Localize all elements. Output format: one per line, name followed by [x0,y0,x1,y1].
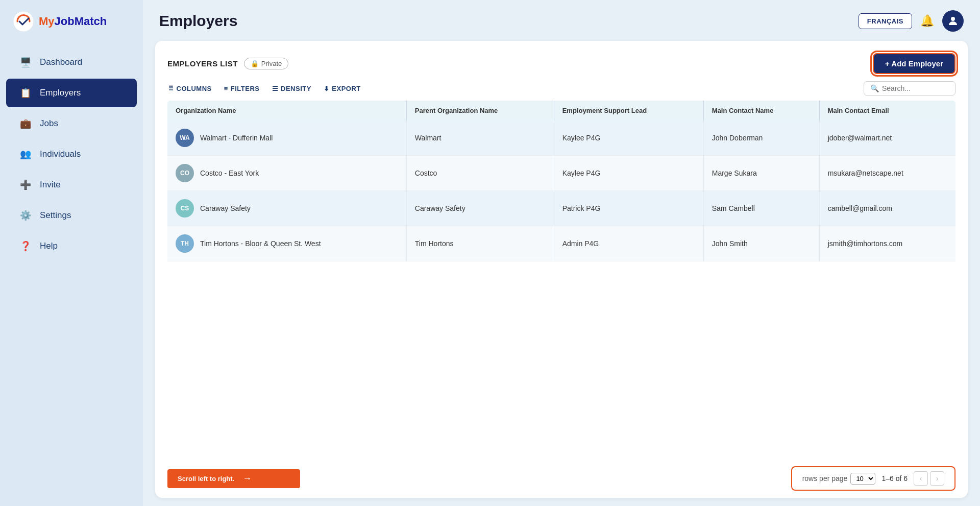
cell-support-lead: Admin P4G [554,226,703,261]
toolbar-left: ⠿ COLUMNS ≡ FILTERS ☰ DENSITY ⬇ EXPORT [167,83,362,94]
sidebar-item-label: Jobs [40,118,58,129]
sidebar-item-individuals[interactable]: 👥 Individuals [6,140,137,168]
page-title: Employers [159,12,237,30]
density-button[interactable]: ☰ DENSITY [271,83,312,94]
cell-contact-email: jdober@walmart.net [819,121,955,156]
col-contact-email: Main Contact Email [819,101,955,121]
cell-parent-org: Tim Hortons [406,226,554,261]
notifications-icon[interactable]: 🔔 [920,14,934,28]
rows-per-page: rows per page 10 25 50 [802,473,876,485]
scroll-hint-text: Scroll left to right. [178,475,234,483]
logo-my: My [39,15,55,28]
sidebar-item-dashboard[interactable]: 🖥️ Dashboard [6,48,137,77]
cell-org-name: TH Tim Hortons - Bloor & Queen St. West [167,226,406,261]
col-parent-org: Parent Organization Name [406,101,554,121]
user-avatar[interactable] [942,10,964,32]
page-info: 1–6 of 6 [881,474,908,483]
table-row[interactable]: WA Walmart - Dufferin Mall Walmart Kayle… [167,121,955,156]
employers-card: EMPLOYERS LIST 🔒 Private + Add Employer … [155,41,968,498]
export-icon: ⬇ [324,85,330,92]
search-icon: 🔍 [870,84,879,92]
sidebar-item-employers[interactable]: 📋 Employers [6,79,137,107]
cell-support-lead: Kaylee P4G [554,156,703,191]
cell-org-name: CS Caraway Safety [167,191,406,226]
arrow-right-icon: → [242,473,252,484]
private-badge: 🔒 Private [244,58,288,69]
rows-per-page-label: rows per page [802,474,848,483]
logo-icon [12,10,35,33]
col-org-name: Organization Name [167,101,406,121]
table-row[interactable]: CS Caraway Safety Caraway Safety Patrick… [167,191,955,226]
table-header-row: Organization Name Parent Organization Na… [167,101,955,121]
cell-contact-name: John Doberman [703,121,819,156]
top-header: Employers FRANÇAIS 🔔 [143,0,980,37]
sidebar-item-label: Settings [40,210,71,221]
export-button[interactable]: ⬇ EXPORT [323,83,362,94]
settings-icon: ⚙️ [18,208,33,223]
search-input[interactable] [882,84,948,92]
table-row[interactable]: CO Costco - East York Costco Kaylee P4G … [167,156,955,191]
lock-icon: 🔒 [251,60,259,67]
cell-contact-email: jsmith@timhortons.com [819,226,955,261]
cell-org-name: WA Walmart - Dufferin Mall [167,121,406,156]
logo: MyJobMatch [0,0,143,43]
next-page-button[interactable]: › [930,471,944,486]
cell-support-lead: Patrick P4G [554,191,703,226]
dashboard-icon: 🖥️ [18,55,33,69]
sidebar-item-label: Invite [40,180,61,190]
table-row[interactable]: TH Tim Hortons - Bloor & Queen St. West … [167,226,955,261]
employers-icon: 📋 [18,86,33,100]
cell-contact-name: John Smith [703,226,819,261]
language-button[interactable]: FRANÇAIS [859,13,912,29]
invite-icon: ➕ [18,178,33,192]
card-title-row: EMPLOYERS LIST 🔒 Private [167,58,288,69]
org-avatar: CS [176,199,194,218]
columns-button[interactable]: ⠿ COLUMNS [167,83,213,94]
org-avatar: TH [176,234,194,253]
columns-icon: ⠿ [168,85,174,92]
prev-page-button[interactable]: ‹ [914,471,928,486]
org-name-text: Walmart - Dufferin Mall [200,134,273,142]
rows-per-page-select[interactable]: 10 25 50 [850,473,875,485]
sidebar-item-invite[interactable]: ➕ Invite [6,171,137,199]
col-contact-name: Main Contact Name [703,101,819,121]
cell-support-lead: Kaylee P4G [554,121,703,156]
table-footer: Scroll left to right. → rows per page 10… [167,461,955,498]
filters-button[interactable]: ≡ FILTERS [223,83,261,94]
org-name-text: Tim Hortons - Bloor & Queen St. West [200,239,321,248]
org-avatar: CO [176,164,194,182]
add-employer-button[interactable]: + Add Employer [873,53,955,74]
pagination: rows per page 10 25 50 1–6 of 6 ‹ › [791,466,955,491]
main-content: Employers FRANÇAIS 🔔 EMPLOYERS LIST 🔒 Pr… [143,0,980,506]
employers-table: Organization Name Parent Organization Na… [167,101,955,261]
search-box[interactable]: 🔍 [864,81,955,95]
filters-icon: ≡ [224,85,228,92]
cell-contact-name: Marge Sukara [703,156,819,191]
card-header: EMPLOYERS LIST 🔒 Private + Add Employer [167,53,955,74]
org-name-text: Caraway Safety [200,204,251,212]
cell-parent-org: Costco [406,156,554,191]
svg-point-1 [951,17,955,21]
org-avatar: WA [176,129,194,147]
sidebar-item-jobs[interactable]: 💼 Jobs [6,109,137,138]
cell-parent-org: Walmart [406,121,554,156]
cell-contact-email: cambell@gmail.com [819,191,955,226]
cell-contact-email: msukara@netscape.net [819,156,955,191]
sidebar-item-label: Individuals [40,149,81,159]
employers-list-title: EMPLOYERS LIST [167,59,238,68]
individuals-icon: 👥 [18,147,33,161]
table-toolbar: ⠿ COLUMNS ≡ FILTERS ☰ DENSITY ⬇ EXPORT 🔍 [167,81,955,95]
table-wrapper[interactable]: Organization Name Parent Organization Na… [167,101,955,459]
logo-job: Job [55,15,75,28]
cell-parent-org: Caraway Safety [406,191,554,226]
sidebar-item-label: Dashboard [40,57,82,67]
sidebar-nav: 🖥️ Dashboard 📋 Employers 💼 Jobs 👥 Indivi… [0,43,143,506]
header-actions: FRANÇAIS 🔔 [859,10,964,32]
cell-contact-name: Sam Cambell [703,191,819,226]
sidebar-item-settings[interactable]: ⚙️ Settings [6,201,137,230]
sidebar: MyJobMatch 🖥️ Dashboard 📋 Employers 💼 Jo… [0,0,143,506]
jobs-icon: 💼 [18,116,33,131]
scroll-hint: Scroll left to right. → [167,469,300,488]
sidebar-item-help[interactable]: ❓ Help [6,232,137,260]
org-name-text: Costco - East York [200,169,259,177]
